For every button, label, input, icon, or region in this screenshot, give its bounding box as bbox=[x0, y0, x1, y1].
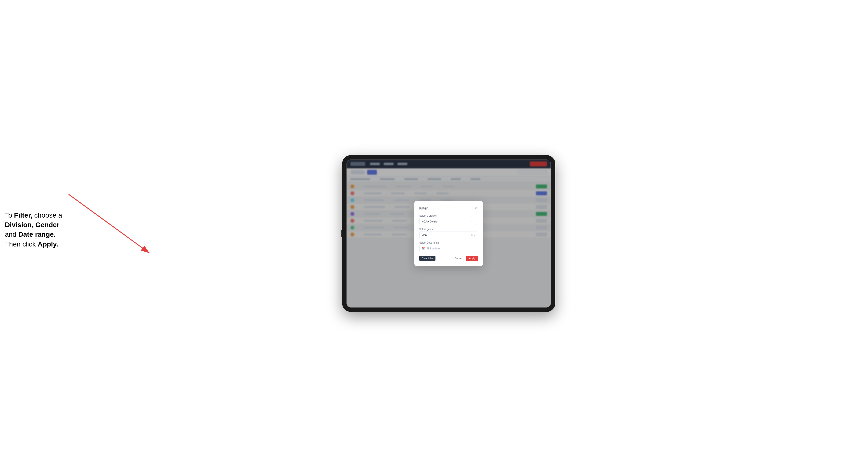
division-clear-icon[interactable]: × bbox=[471, 220, 473, 223]
gender-form-group: Select gender Men × ⌄ bbox=[419, 228, 478, 239]
instruction-line1: To bbox=[5, 212, 14, 219]
gender-select[interactable]: Men × ⌄ bbox=[419, 231, 478, 239]
tablet-frame: Filter × Select a division NCAA Division… bbox=[342, 155, 555, 312]
apply-button[interactable]: Apply bbox=[466, 256, 478, 261]
division-controls: × ⌄ bbox=[471, 220, 476, 223]
instruction-line3: and bbox=[5, 230, 19, 238]
clear-filter-button[interactable]: Clear filter bbox=[419, 256, 435, 261]
calendar-icon: 📅 bbox=[422, 247, 425, 250]
cancel-button[interactable]: Cancel bbox=[453, 256, 464, 261]
modal-title: Filter bbox=[419, 206, 428, 210]
filter-modal: Filter × Select a division NCAA Division… bbox=[414, 201, 483, 266]
division-select[interactable]: NCAA Division I × ⌄ bbox=[419, 218, 478, 225]
instruction-text: To Filter, choose a Division, Gender and… bbox=[5, 211, 62, 249]
division-label: Select a division bbox=[419, 214, 478, 217]
gender-value: Men bbox=[422, 234, 427, 237]
instruction-bold3: Date range. bbox=[19, 230, 56, 238]
date-range-form-group: Select Date range 📅 Pick a date bbox=[419, 241, 478, 252]
instruction-bold4: Apply. bbox=[38, 240, 58, 248]
footer-right-buttons: Cancel Apply bbox=[453, 256, 478, 261]
tablet-side-button bbox=[341, 230, 342, 237]
tablet-screen: Filter × Select a division NCAA Division… bbox=[346, 159, 551, 308]
instruction-bold1: Filter, bbox=[14, 212, 32, 219]
instruction-line4: Then click bbox=[5, 240, 38, 248]
modal-close-button[interactable]: × bbox=[474, 206, 478, 211]
page-container: To Filter, choose a Division, Gender and… bbox=[0, 0, 868, 467]
instruction-arrow bbox=[61, 189, 164, 263]
modal-header: Filter × bbox=[419, 206, 478, 211]
gender-clear-icon[interactable]: × bbox=[471, 234, 473, 237]
date-range-input[interactable]: 📅 Pick a date bbox=[419, 245, 478, 252]
modal-footer: Clear filter Cancel Apply bbox=[419, 256, 478, 261]
division-value: NCAA Division I bbox=[422, 220, 441, 223]
gender-label: Select gender bbox=[419, 228, 478, 230]
date-placeholder: Pick a date bbox=[426, 247, 440, 250]
svg-line-1 bbox=[69, 194, 150, 253]
instruction-line2: choose a bbox=[32, 212, 62, 219]
gender-controls: × ⌄ bbox=[471, 234, 476, 237]
division-form-group: Select a division NCAA Division I × ⌄ bbox=[419, 214, 478, 225]
instruction-bold2: Division, Gender bbox=[5, 221, 60, 228]
modal-overlay: Filter × Select a division NCAA Division… bbox=[346, 159, 551, 308]
date-range-label: Select Date range bbox=[419, 241, 478, 244]
gender-chevron-icon: ⌄ bbox=[474, 234, 476, 237]
division-chevron-icon: ⌄ bbox=[474, 220, 476, 223]
